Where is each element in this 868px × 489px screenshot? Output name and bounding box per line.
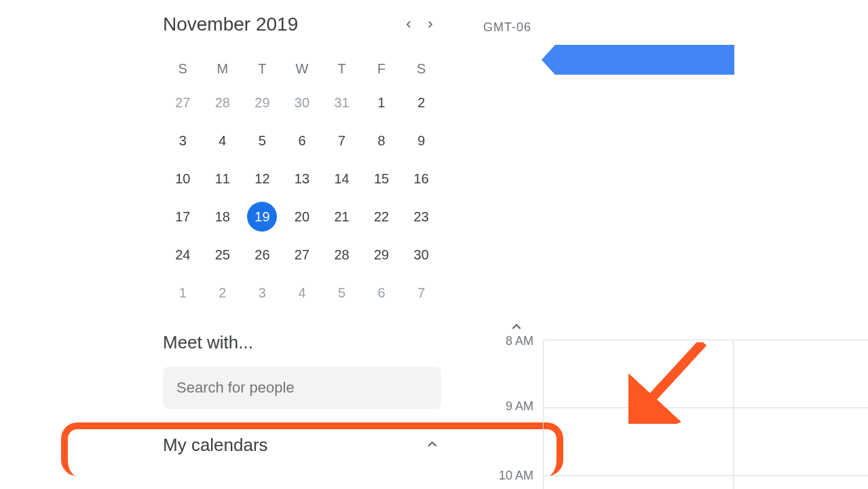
weekday-row: SMTWTFS <box>163 54 441 84</box>
day-cell[interactable]: 16 <box>401 160 441 198</box>
day-cell[interactable]: 11 <box>203 160 243 198</box>
day-cell[interactable]: 13 <box>282 160 322 198</box>
day-cell[interactable]: 28 <box>322 236 362 274</box>
day-cell[interactable]: 3 <box>242 274 282 312</box>
meet-with-title: Meet with... <box>163 332 441 353</box>
day-cell[interactable]: 22 <box>362 198 402 236</box>
day-cell[interactable]: 23 <box>401 198 441 236</box>
day-cell[interactable]: 30 <box>282 84 322 122</box>
calendar-sidebar: November 2019 SMTWTFS 272829303112345678… <box>163 14 441 456</box>
day-cell[interactable]: 27 <box>163 84 203 122</box>
prev-month-button[interactable] <box>398 14 419 35</box>
day-cell[interactable]: 17 <box>163 198 203 236</box>
time-label-10am: 10 AM <box>499 469 543 483</box>
my-calendars-toggle[interactable]: My calendars <box>163 435 441 456</box>
next-month-button[interactable] <box>419 14 441 35</box>
day-cell[interactable]: 9 <box>401 122 441 160</box>
my-calendars-section: My calendars <box>163 435 441 456</box>
day-cell[interactable]: 29 <box>242 84 282 122</box>
day-cell[interactable]: 18 <box>203 198 243 236</box>
chevron-up-icon <box>423 435 441 456</box>
timezone-label: GMT-06 <box>483 20 531 35</box>
day-cell[interactable]: 29 <box>362 236 402 274</box>
time-label-8am: 8 AM <box>506 334 543 348</box>
day-cell[interactable]: 31 <box>322 84 362 122</box>
day-cell[interactable]: 7 <box>401 274 441 312</box>
day-view-area: GMT-06 8 AM 9 AM 10 AM <box>475 0 868 489</box>
meet-with-section: Meet with... <box>163 332 441 409</box>
weekday-label: F <box>362 54 402 84</box>
day-cell[interactable]: 8 <box>362 122 402 160</box>
week-row: 1234567 <box>163 274 441 312</box>
day-cell[interactable]: 10 <box>163 160 203 198</box>
day-cell[interactable]: 19 <box>242 198 282 236</box>
chevron-left-icon <box>402 18 415 31</box>
weekday-label: T <box>242 54 282 84</box>
week-row: 272829303112 <box>163 84 441 122</box>
day-cell[interactable]: 4 <box>203 122 243 160</box>
day-cell[interactable]: 6 <box>362 274 402 312</box>
day-cell[interactable]: 27 <box>282 236 322 274</box>
day-cell[interactable]: 3 <box>163 122 203 160</box>
time-label-9am: 9 AM <box>506 399 543 414</box>
day-cell[interactable]: 12 <box>242 160 282 198</box>
month-title: November 2019 <box>163 14 398 35</box>
day-cell[interactable]: 7 <box>322 122 362 160</box>
weekday-label: W <box>282 54 322 84</box>
day-cell[interactable]: 26 <box>242 236 282 274</box>
svg-line-1 <box>641 342 703 410</box>
annotation-arrow <box>628 342 710 427</box>
day-cell[interactable]: 5 <box>242 122 282 160</box>
weekday-label: T <box>322 54 362 84</box>
day-cell[interactable]: 5 <box>322 274 362 312</box>
day-cell[interactable]: 4 <box>282 274 322 312</box>
day-cell[interactable]: 24 <box>163 236 203 274</box>
chevron-up-icon <box>508 318 525 336</box>
weekday-label: S <box>163 54 203 84</box>
weekday-label: M <box>203 54 243 84</box>
day-cell[interactable]: 21 <box>322 198 362 236</box>
day-cell[interactable]: 2 <box>401 84 441 122</box>
day-cell[interactable]: 28 <box>203 84 243 122</box>
weekday-label: S <box>401 54 441 84</box>
week-row: 24252627282930 <box>163 236 441 274</box>
annotation-blue-pointer <box>555 45 734 75</box>
chevron-right-icon <box>423 18 437 31</box>
day-cell[interactable]: 6 <box>282 122 322 160</box>
week-row: 17181920212223 <box>163 198 441 236</box>
search-people-input[interactable] <box>163 367 441 409</box>
day-cell[interactable]: 2 <box>203 274 243 312</box>
day-cell[interactable]: 20 <box>282 198 322 236</box>
week-row: 3456789 <box>163 122 441 160</box>
day-cell[interactable]: 1 <box>362 84 402 122</box>
week-row: 10111213141516 <box>163 160 441 198</box>
mini-calendar-grid: 2728293031123456789101112131415161718192… <box>163 84 441 312</box>
day-cell[interactable]: 15 <box>362 160 402 198</box>
day-cell[interactable]: 1 <box>163 274 203 312</box>
my-calendars-title: My calendars <box>163 435 268 456</box>
day-cell[interactable]: 30 <box>401 236 441 274</box>
day-cell[interactable]: 25 <box>203 236 243 274</box>
day-cell[interactable]: 14 <box>322 160 362 198</box>
month-header: November 2019 <box>163 14 441 35</box>
